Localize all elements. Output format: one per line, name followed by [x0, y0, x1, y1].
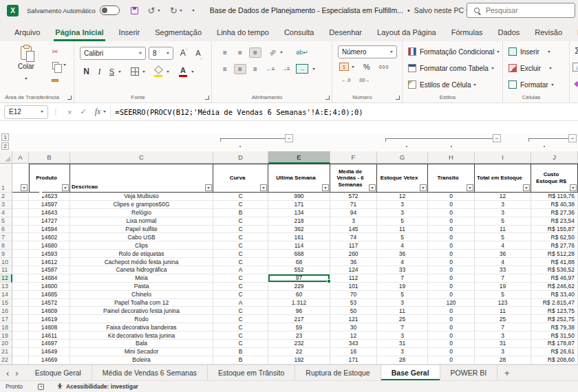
- cell-h3[interactable]: 0: [428, 201, 475, 209]
- cell-j9[interactable]: R$ 512,28: [531, 250, 578, 258]
- cell-b8[interactable]: 14680: [29, 241, 70, 250]
- cell-c7[interactable]: Cabo USB: [70, 233, 213, 241]
- cell-i13[interactable]: 19: [475, 283, 531, 291]
- cut-icon[interactable]: ✂: [50, 47, 61, 56]
- confirm-entry-icon[interactable]: ✓: [80, 107, 86, 116]
- sheet-tab-ruptura-de-estoque[interactable]: Ruptura de Estoque: [295, 365, 381, 380]
- cell-d15[interactable]: A: [213, 299, 268, 307]
- row-header-3[interactable]: 3: [0, 201, 12, 209]
- cell-a16[interactable]: [12, 307, 29, 315]
- cell-e19[interactable]: 23: [268, 331, 330, 340]
- cell-g15[interactable]: 3: [377, 299, 428, 307]
- cell-a8[interactable]: [12, 241, 29, 250]
- cell-i12[interactable]: 7: [475, 274, 531, 283]
- fill-color-chevron-icon[interactable]: [167, 71, 169, 73]
- row-header-16[interactable]: 16: [0, 307, 12, 315]
- align-middle-icon[interactable]: ≡: [234, 47, 246, 58]
- underline-chevron-icon[interactable]: [118, 71, 121, 73]
- cell-e13[interactable]: 229: [268, 283, 330, 291]
- column-header-c[interactable]: C: [70, 151, 213, 164]
- cell-j8[interactable]: R$ 27,76: [531, 241, 578, 250]
- cell-c22[interactable]: Boleira: [70, 356, 213, 364]
- align-center-icon[interactable]: ≡: [234, 64, 246, 74]
- clear-icon[interactable]: ◆: [572, 79, 578, 88]
- select-all-corner[interactable]: [0, 151, 12, 164]
- cell-g19[interactable]: 3: [377, 331, 428, 340]
- number-format-select[interactable]: Número: [338, 45, 397, 58]
- paste-button[interactable]: Colar: [11, 46, 41, 83]
- cell-g7[interactable]: 5: [377, 233, 428, 241]
- search-box[interactable]: [467, 3, 575, 18]
- cell-g6[interactable]: 11: [377, 226, 428, 234]
- cell-e15[interactable]: 1.312: [268, 299, 330, 307]
- cell-g20[interactable]: 31: [377, 340, 428, 348]
- sheet-tab-power-bi[interactable]: POWER BI: [440, 365, 498, 380]
- menu-tab-dados[interactable]: Dados: [497, 28, 522, 41]
- cell-g11[interactable]: 33: [377, 266, 428, 274]
- cell-g9[interactable]: 36: [377, 250, 428, 258]
- cell-f12[interactable]: 112: [330, 274, 377, 283]
- font-dialog-launcher-icon[interactable]: [205, 96, 209, 100]
- cell-c5[interactable]: Lixa normal: [70, 217, 213, 226]
- row-header-12[interactable]: 12: [0, 274, 12, 283]
- cell-e14[interactable]: 60: [268, 291, 330, 299]
- cell-e2[interactable]: 990: [268, 193, 330, 201]
- cell-i19[interactable]: 3: [475, 331, 531, 340]
- cell-f2[interactable]: 572: [330, 193, 377, 201]
- sheet-tab-estoque-geral[interactable]: Estoque Geral: [25, 365, 92, 380]
- cell-i16[interactable]: 11: [475, 307, 531, 315]
- cell-b4[interactable]: 14643: [29, 209, 70, 217]
- cell-b15[interactable]: 14572: [29, 299, 70, 307]
- cell-f22[interactable]: 171: [330, 356, 377, 364]
- decrease-decimal-icon[interactable]: .00→: [357, 76, 371, 85]
- filter-button[interactable]: [21, 184, 28, 191]
- quick-access-menu-icon[interactable]: [192, 10, 195, 12]
- cell-h22[interactable]: 0: [428, 356, 475, 364]
- cell-i22[interactable]: 28: [475, 356, 531, 364]
- cell-i21[interactable]: 3: [475, 348, 531, 356]
- align-top-icon[interactable]: ≡: [219, 47, 231, 58]
- row-header-4[interactable]: 4: [0, 209, 12, 217]
- cell-d11[interactable]: A: [213, 266, 268, 274]
- borders-icon[interactable]: [131, 67, 139, 76]
- cell-j22[interactable]: R$ 208,60: [531, 356, 578, 364]
- cell-c15[interactable]: Papel Toalha com 12: [70, 299, 213, 307]
- cell-d4[interactable]: B: [213, 209, 268, 217]
- cell-g21[interactable]: 3: [377, 348, 428, 356]
- column-header-e[interactable]: E: [268, 151, 330, 164]
- cell-j16[interactable]: R$ 123,75: [531, 307, 578, 315]
- cell-a13[interactable]: [12, 283, 29, 291]
- menu-tab-consulta[interactable]: Consulta: [283, 28, 315, 41]
- cell-f17[interactable]: 121: [330, 315, 377, 323]
- cell-c14[interactable]: Chinelo: [70, 291, 213, 299]
- conditional-formatting-button[interactable]: Formatação Condicional: [408, 47, 500, 56]
- cell-a17[interactable]: [12, 315, 29, 323]
- cell-j6[interactable]: R$ 155,87: [531, 226, 578, 234]
- sheet-prev-icon[interactable]: ‹: [0, 365, 15, 380]
- cell-e20[interactable]: 232: [268, 340, 330, 348]
- cell-f7[interactable]: 74: [330, 233, 377, 241]
- cell-j4[interactable]: R$ 27,36: [531, 209, 578, 217]
- cell-g4[interactable]: 3: [377, 209, 428, 217]
- row-header-5[interactable]: 5: [0, 217, 12, 226]
- borders-chevron-icon[interactable]: [142, 71, 145, 73]
- row-header-13[interactable]: 13: [0, 283, 12, 291]
- cell-c8[interactable]: Clips: [70, 241, 213, 250]
- cell-d5[interactable]: C: [213, 217, 268, 226]
- cell-i10[interactable]: 4: [475, 258, 531, 266]
- cell-d10[interactable]: C: [213, 258, 268, 266]
- cell-a22[interactable]: [12, 356, 29, 364]
- cell-c18[interactable]: Faixa decorativa bandeiras: [70, 323, 213, 331]
- row-header-11[interactable]: 11: [0, 266, 12, 274]
- align-right-icon[interactable]: ≡: [249, 64, 261, 74]
- cell-f16[interactable]: 50: [330, 307, 377, 315]
- cell-j14[interactable]: R$ 33,40: [531, 291, 578, 299]
- cancel-entry-icon[interactable]: ×: [67, 108, 72, 116]
- undo-chevron-icon[interactable]: [158, 10, 160, 12]
- cell-b5[interactable]: 14727: [29, 217, 70, 226]
- cell-h20[interactable]: 0: [428, 340, 475, 348]
- cell-d7[interactable]: C: [213, 233, 268, 241]
- sheet-tab-estoque-em-transito[interactable]: Estoque em Trânsito: [208, 365, 295, 380]
- cell-g18[interactable]: 7: [377, 323, 428, 331]
- cell-d20[interactable]: C: [213, 340, 268, 348]
